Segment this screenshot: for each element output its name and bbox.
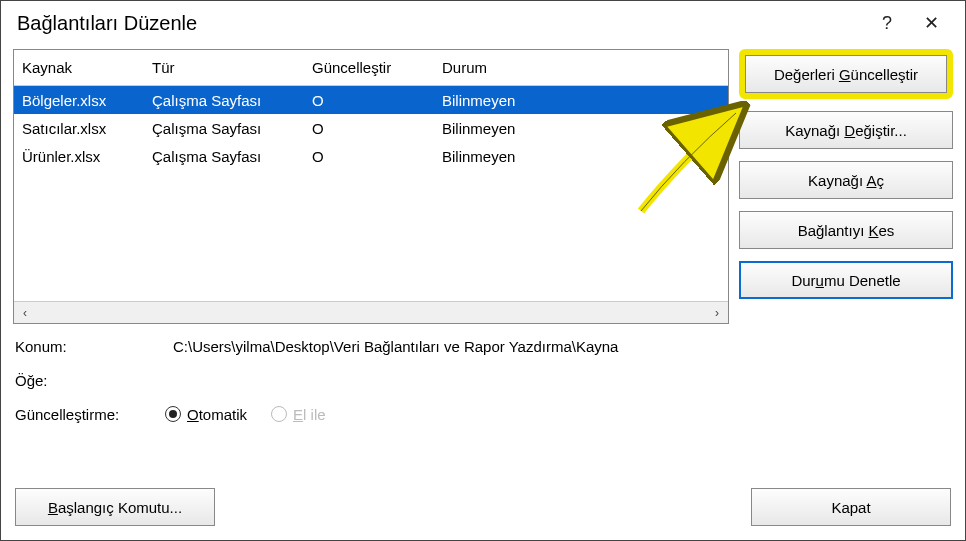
radio-label: Otomatik bbox=[187, 406, 247, 423]
horizontal-scrollbar[interactable]: ‹ › bbox=[14, 301, 728, 323]
radio-circle-icon bbox=[165, 406, 181, 422]
button-label: Bağlantıyı Kes bbox=[798, 222, 895, 239]
close-dialog-button[interactable]: Kapat bbox=[751, 488, 951, 526]
scroll-left-icon[interactable]: ‹ bbox=[14, 302, 36, 324]
button-label: Kapat bbox=[831, 499, 870, 516]
update-values-button[interactable]: Değerleri Güncelleştir bbox=[745, 55, 947, 93]
close-button[interactable]: ✕ bbox=[909, 1, 953, 45]
table-row[interactable]: Bölgeler.xlsx Çalışma Sayfası O Bilinmey… bbox=[14, 86, 728, 114]
cell-update: O bbox=[304, 88, 434, 113]
cell-type: Çalışma Sayfası bbox=[144, 144, 304, 169]
cell-status: Bilinmeyen bbox=[434, 88, 728, 113]
cell-source: Bölgeler.xlsx bbox=[14, 88, 144, 113]
check-status-button[interactable]: Durumu Denetle bbox=[739, 261, 953, 299]
button-label: Değerleri Güncelleştir bbox=[774, 66, 918, 83]
break-link-button[interactable]: Bağlantıyı Kes bbox=[739, 211, 953, 249]
scroll-right-icon[interactable]: › bbox=[706, 302, 728, 324]
item-label: Öğe: bbox=[15, 372, 165, 389]
radio-circle-icon bbox=[271, 406, 287, 422]
header-status[interactable]: Durum bbox=[434, 55, 728, 80]
cell-source: Ürünler.xlsx bbox=[14, 144, 144, 169]
cell-update: O bbox=[304, 144, 434, 169]
cell-type: Çalışma Sayfası bbox=[144, 88, 304, 113]
open-source-button[interactable]: Kaynağı Aç bbox=[739, 161, 953, 199]
startup-prompt-button[interactable]: Başlangıç Komutu... bbox=[15, 488, 215, 526]
table-row[interactable]: Satıcılar.xlsx Çalışma Sayfası O Bilinme… bbox=[14, 114, 728, 142]
help-button[interactable]: ? bbox=[865, 1, 909, 45]
header-source[interactable]: Kaynak bbox=[14, 55, 144, 80]
change-source-button[interactable]: Kaynağı Değiştir... bbox=[739, 111, 953, 149]
radio-automatic[interactable]: Otomatik bbox=[165, 406, 247, 423]
header-type[interactable]: Tür bbox=[144, 55, 304, 80]
highlight-annotation: Değerleri Güncelleştir bbox=[739, 49, 953, 99]
table-row[interactable]: Ürünler.xlsx Çalışma Sayfası O Bilinmeye… bbox=[14, 142, 728, 170]
cell-source: Satıcılar.xlsx bbox=[14, 116, 144, 141]
header-update[interactable]: Güncelleştir bbox=[304, 55, 434, 80]
column-headers: Kaynak Tür Güncelleştir Durum bbox=[14, 50, 728, 86]
cell-status: Bilinmeyen bbox=[434, 144, 728, 169]
update-mode-label: Güncelleştirme: bbox=[15, 406, 165, 423]
radio-manual: El ile bbox=[271, 406, 326, 423]
location-value: C:\Users\yilma\Desktop\Veri Bağlantıları… bbox=[165, 338, 618, 355]
dialog-title: Bağlantıları Düzenle bbox=[13, 12, 865, 35]
button-label: Başlangıç Komutu... bbox=[48, 499, 182, 516]
radio-label: El ile bbox=[293, 406, 326, 423]
button-label: Durumu Denetle bbox=[791, 272, 900, 289]
button-label: Kaynağı Değiştir... bbox=[785, 122, 907, 139]
cell-status: Bilinmeyen bbox=[434, 116, 728, 141]
button-label: Kaynağı Aç bbox=[808, 172, 884, 189]
cell-type: Çalışma Sayfası bbox=[144, 116, 304, 141]
location-label: Konum: bbox=[15, 338, 165, 355]
scroll-track[interactable] bbox=[36, 302, 706, 323]
links-list[interactable]: Kaynak Tür Güncelleştir Durum Bölgeler.x… bbox=[13, 49, 729, 324]
cell-update: O bbox=[304, 116, 434, 141]
